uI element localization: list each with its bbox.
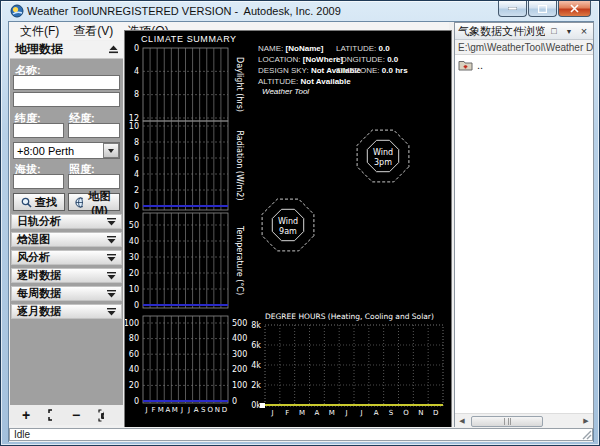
timezone-select[interactable]: +8:00 Perth — [13, 142, 120, 159]
menu-item-file[interactable]: 文件(F) — [13, 22, 66, 41]
file-browser-header: 气象数据文件浏览器 □ ▼ × — [455, 23, 593, 40]
svg-text:S: S — [201, 406, 206, 414]
status-bar: Idle — [9, 427, 593, 442]
plus-icon: + — [22, 410, 30, 420]
minus-icon: − — [72, 410, 80, 420]
panel-menu-icon[interactable]: ▼ — [563, 28, 575, 35]
svg-text:50: 50 — [129, 221, 139, 230]
svg-text:F: F — [152, 406, 156, 414]
expand-icon — [107, 307, 116, 316]
app-icon — [10, 4, 24, 18]
file-browser-panel: 气象数据文件浏览器 □ ▼ × E:\gm\WeatherTool\Weathe… — [454, 22, 594, 429]
panel-wind-analysis[interactable]: 风分析 — [11, 250, 122, 265]
latitude-input[interactable] — [13, 123, 64, 138]
svg-text:8k: 8k — [251, 321, 261, 330]
svg-text:40: 40 — [129, 365, 139, 374]
panel-weekly-data[interactable]: 每周数据 — [11, 286, 122, 301]
altitude-input[interactable] — [13, 174, 64, 189]
expand-icon — [107, 253, 116, 262]
map-button-label: 地图(M) — [86, 189, 113, 216]
timezone-dropdown-button[interactable] — [103, 143, 119, 158]
screenshot-button[interactable] — [92, 407, 110, 423]
title-bar: Weather ToolUNREGISTERED VERSION - Autod… — [1, 1, 599, 21]
svg-text:O: O — [208, 406, 214, 414]
geo-data-title: 地理数据 — [15, 41, 63, 58]
maximize-icon — [538, 5, 547, 13]
maximize-button[interactable] — [528, 1, 557, 17]
svg-text:4: 4 — [134, 67, 139, 76]
close-icon — [570, 4, 579, 13]
zoom-in-button[interactable]: + — [17, 407, 35, 423]
status-text: Idle — [9, 428, 593, 441]
scroll-right-icon[interactable]: ▶ — [579, 415, 593, 428]
find-button[interactable]: 查找 — [13, 193, 65, 211]
svg-text:DEGREE HOURS (Heating, Cooling: DEGREE HOURS (Heating, Cooling and Solar… — [265, 312, 434, 321]
zoom-toolbar: + − — [10, 405, 123, 425]
panel-monthly-data-label: 逐月数据 — [17, 304, 61, 319]
zoom-out-button[interactable]: − — [67, 407, 85, 423]
scroll-left-icon[interactable]: ◀ — [455, 415, 469, 428]
panel-psychrometric-label: 焓湿图 — [17, 232, 50, 247]
float-window-icon[interactable]: □ — [548, 26, 560, 36]
file-browser-title: 气象数据文件浏览器 — [458, 24, 545, 39]
panel-sun-path[interactable]: 日轨分析 — [11, 214, 122, 229]
illuminance-input[interactable] — [68, 174, 120, 189]
latitude-info-value: 0.0 — [379, 44, 390, 53]
svg-text:Daylight (hrs): Daylight (hrs) — [235, 57, 244, 112]
svg-text:M: M — [329, 409, 335, 417]
name-input-1[interactable] — [13, 75, 120, 90]
svg-text:9am: 9am — [279, 227, 297, 236]
horizontal-scrollbar[interactable]: ◀ ▶ — [455, 413, 593, 428]
path-field[interactable]: E:\gm\WeatherTool\Weather Data — [455, 40, 593, 55]
svg-text:30: 30 — [129, 253, 139, 262]
svg-text:Wind: Wind — [373, 148, 393, 157]
panel-psychrometric[interactable]: 焓湿图 — [11, 232, 122, 247]
svg-text:A: A — [374, 409, 379, 417]
svg-text:O: O — [403, 409, 409, 417]
svg-text:8: 8 — [134, 138, 139, 147]
svg-text:J: J — [145, 406, 148, 414]
app-window: Weather ToolUNREGISTERED VERSION - Autod… — [0, 0, 600, 446]
longitude-info-label: LONGITUDE: — [336, 55, 385, 64]
panel-hourly-data[interactable]: 逐时数据 — [11, 268, 122, 283]
svg-text:3pm: 3pm — [374, 158, 392, 167]
camera-icon — [98, 409, 104, 422]
resize-grip[interactable] — [581, 429, 592, 440]
find-button-label: 查找 — [35, 195, 57, 210]
svg-text:J: J — [345, 409, 348, 417]
minimize-button[interactable] — [498, 1, 527, 17]
list-item-parent-dir[interactable]: .. — [458, 59, 590, 71]
svg-text:0: 0 — [134, 397, 139, 406]
svg-text:10: 10 — [129, 285, 139, 294]
svg-text:0: 0 — [134, 202, 139, 211]
svg-text:400: 400 — [232, 334, 247, 343]
name-input-2[interactable] — [13, 92, 120, 107]
svg-text:N: N — [418, 409, 423, 417]
scrollbar-thumb[interactable] — [471, 416, 543, 427]
menu-item-view[interactable]: 查看(V) — [66, 22, 120, 41]
svg-text:N: N — [215, 406, 220, 414]
longitude-info-value: 0.0 — [387, 55, 398, 64]
svg-text:2: 2 — [134, 186, 139, 195]
panel-sun-path-label: 日轨分析 — [17, 214, 61, 229]
svg-text:J: J — [359, 409, 362, 417]
geo-data-header[interactable]: 地理数据 — [10, 41, 123, 59]
map-button[interactable]: 地图(M) — [68, 193, 120, 211]
altitude-info-label: ALTITUDE: — [258, 77, 298, 86]
close-button[interactable] — [558, 1, 591, 17]
svg-text:J: J — [187, 406, 190, 414]
svg-text:J: J — [180, 406, 183, 414]
panel-close-icon[interactable]: × — [578, 25, 590, 37]
svg-text:40: 40 — [129, 237, 139, 246]
svg-text:80: 80 — [129, 334, 139, 343]
panel-hourly-data-label: 逐时数据 — [17, 268, 61, 283]
collapse-eject-icon[interactable] — [109, 45, 118, 54]
panel-monthly-data[interactable]: 逐月数据 — [11, 304, 122, 319]
zoom-extents-button[interactable] — [42, 407, 60, 423]
sidebar: 地理数据 名称: 纬度: 经度: +8:00 Perth 海拔: 照度: — [10, 41, 123, 425]
svg-text:Radiation (W/m2): Radiation (W/m2) — [235, 130, 244, 200]
longitude-input[interactable] — [68, 123, 120, 138]
file-list: .. — [455, 55, 593, 413]
svg-text:4k: 4k — [251, 361, 261, 370]
brand-text: Weather Tool — [262, 87, 309, 96]
